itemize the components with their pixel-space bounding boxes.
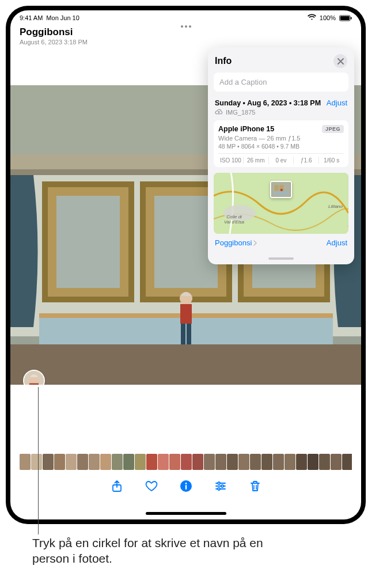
filmstrip-thumb[interactable]: [296, 454, 307, 470]
format-badge: JPEG: [322, 125, 344, 133]
close-button[interactable]: [333, 54, 347, 68]
filmstrip-thumb[interactable]: [135, 454, 146, 470]
map-location-link[interactable]: Poggibonsi: [215, 238, 257, 247]
adjust-location-button[interactable]: Adjust: [327, 238, 347, 247]
filmstrip-thumb[interactable]: [285, 454, 295, 470]
filmstrip-thumb[interactable]: [331, 454, 342, 470]
map-pin-thumbnail: [270, 181, 292, 198]
map-label-colle: Colle di Val d'Elsa: [224, 215, 244, 225]
favorite-button[interactable]: [144, 479, 159, 494]
filmstrip-thumb[interactable]: [169, 454, 180, 470]
filmstrip-thumb[interactable]: [204, 454, 215, 470]
filmstrip-thumb[interactable]: [77, 454, 88, 470]
wifi-icon: [308, 14, 316, 22]
ipad-device-frame: 9:41 AM Mon Jun 10 100% Poggibonsi Augus…: [6, 6, 366, 524]
filmstrip-thumb[interactable]: [112, 454, 123, 470]
svg-rect-8: [56, 196, 120, 288]
battery-icon: [339, 15, 352, 21]
filmstrip-thumb[interactable]: [308, 454, 318, 470]
screen: 9:41 AM Mon Jun 10 100% Poggibonsi Augus…: [10, 10, 361, 519]
map-label-lilliano: Lilliano: [328, 204, 343, 209]
filmstrip-thumb[interactable]: [146, 454, 157, 470]
trash-button[interactable]: [248, 479, 263, 494]
location-map[interactable]: Colle di Val d'Elsa Lilliano: [214, 173, 348, 234]
date-subtitle: August 6, 2023 3:18 PM: [20, 39, 352, 45]
icloud-icon: [215, 109, 223, 116]
svg-point-37: [218, 482, 220, 484]
exif-shutter: 1/60 s: [319, 157, 344, 164]
info-title: Info: [215, 56, 232, 66]
exif-row: ISO 100 26 mm 0 ev ƒ1.6 1/60 s: [218, 153, 344, 167]
device-name: Apple iPhone 15: [218, 125, 274, 133]
resolution-info: 48 MP • 8064 × 6048 • 9.7 MB: [218, 143, 344, 153]
filmstrip-thumb[interactable]: [261, 454, 272, 470]
filmstrip-thumb[interactable]: [158, 454, 169, 470]
svg-rect-16: [180, 304, 192, 324]
status-bar: 9:41 AM Mon Jun 10 100%: [10, 10, 361, 23]
exif-aperture: ƒ1.6: [294, 157, 319, 164]
caption-placeholder: Add a Caption: [219, 78, 267, 86]
filmstrip-thumb[interactable]: [66, 454, 77, 470]
callout-line: [38, 387, 39, 534]
adjust-date-button[interactable]: Adjust: [327, 98, 347, 107]
info-panel: Info Add a Caption Sunday • Aug 6, 2023 …: [208, 47, 354, 264]
filmstrip[interactable]: [20, 454, 352, 470]
figure-caption: Tryk på en cirkel for at skrive et navn …: [32, 536, 286, 567]
bottom-toolbar: [10, 475, 361, 498]
exif-ev: 0 ev: [269, 157, 294, 164]
svg-rect-22: [29, 383, 39, 385]
svg-point-38: [221, 485, 223, 487]
filmstrip-thumb[interactable]: [215, 454, 226, 470]
caption-input[interactable]: Add a Caption: [214, 73, 348, 92]
photo-filename: IMG_1875: [226, 109, 255, 116]
filmstrip-thumb[interactable]: [31, 454, 42, 470]
exif-iso: ISO 100: [218, 157, 244, 164]
status-time: 9:41 AM: [20, 14, 43, 21]
photo-date-line: Sunday • Aug 6, 2023 • 3:18 PM: [215, 99, 321, 107]
filmstrip-thumb[interactable]: [89, 454, 100, 470]
chevron-right-icon: [253, 240, 257, 246]
filmstrip-thumb[interactable]: [273, 454, 284, 470]
location-title: Poggibonsi: [20, 26, 352, 38]
exif-focal: 26 mm: [244, 157, 269, 164]
filmstrip-thumb[interactable]: [342, 454, 352, 470]
share-button[interactable]: [109, 479, 124, 494]
panel-drag-handle[interactable]: [268, 257, 294, 260]
filmstrip-thumb[interactable]: [100, 454, 111, 470]
edit-filters-button[interactable]: [213, 479, 228, 494]
svg-point-29: [280, 189, 283, 191]
filmstrip-thumb[interactable]: [192, 454, 203, 470]
device-info-block: Apple iPhone 15 JPEG Wide Camera — 26 mm…: [214, 120, 348, 167]
svg-rect-2: [351, 17, 352, 19]
lens-info: Wide Camera — 26 mm ƒ1.5: [218, 135, 344, 142]
svg-rect-28: [274, 191, 289, 194]
filmstrip-thumb[interactable]: [181, 454, 192, 470]
home-indicator[interactable]: [146, 512, 226, 515]
filmstrip-thumb[interactable]: [54, 454, 65, 470]
svg-point-32: [185, 483, 187, 484]
battery-pct: 100%: [320, 14, 336, 21]
svg-rect-26: [275, 185, 279, 191]
filmstrip-thumb[interactable]: [123, 454, 134, 470]
svg-point-39: [218, 488, 220, 490]
svg-rect-19: [10, 344, 361, 385]
filmstrip-thumb[interactable]: [43, 454, 54, 470]
filmstrip-thumb[interactable]: [227, 454, 238, 470]
status-date: Mon Jun 10: [46, 14, 79, 21]
filmstrip-thumb[interactable]: [238, 454, 249, 470]
svg-rect-1: [340, 16, 350, 20]
info-button[interactable]: [179, 479, 194, 494]
filmstrip-thumb[interactable]: [319, 454, 330, 470]
filmstrip-thumb[interactable]: [20, 454, 31, 470]
more-icon[interactable]: [181, 25, 191, 28]
svg-rect-33: [185, 485, 186, 490]
filmstrip-thumb[interactable]: [250, 454, 261, 470]
